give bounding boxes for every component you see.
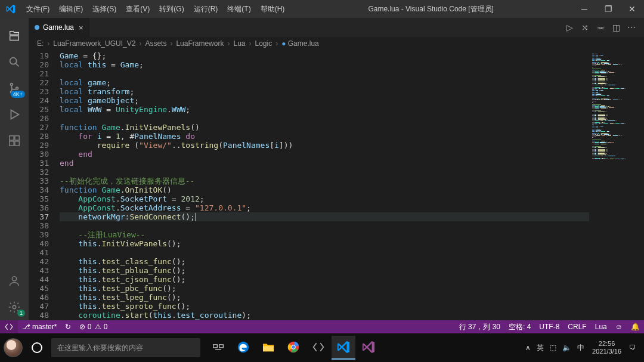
indentation[interactable]: 空格: 4 xyxy=(504,320,535,333)
task-view-icon[interactable] xyxy=(206,336,230,360)
explorer-icon[interactable] xyxy=(0,23,29,49)
visual-studio-icon[interactable] xyxy=(357,336,380,360)
file-explorer-icon[interactable] xyxy=(256,336,280,360)
taskbar-apps xyxy=(206,336,380,360)
settings-icon[interactable]: 1 xyxy=(0,294,29,320)
menu-item[interactable]: 查看(V) xyxy=(121,0,154,18)
svg-point-0 xyxy=(10,58,17,64)
activity-bar: 4K+ 1 xyxy=(0,18,29,320)
tab-bar: Game.lua × ▷ ⤭ ⫘ ◫ ⋯ xyxy=(29,18,644,37)
tray-clock[interactable]: 22:56 2021/3/16 xyxy=(587,340,626,355)
app-icon[interactable] xyxy=(306,336,330,360)
cursor-position[interactable]: 行 37，列 30 xyxy=(455,320,504,333)
svg-rect-10 xyxy=(213,345,218,348)
breadcrumb-item[interactable]: LuaFramework xyxy=(175,39,225,48)
tab-label: Game.lua xyxy=(43,23,74,32)
scm-badge: 4K+ xyxy=(11,91,25,98)
problems-warnings[interactable]: ⚠ 0 xyxy=(91,320,112,333)
tab-close-icon[interactable]: × xyxy=(79,23,83,32)
close-button[interactable]: ✕ xyxy=(620,0,644,18)
svg-point-3 xyxy=(16,87,18,89)
git-sync[interactable]: ↻ xyxy=(61,320,75,333)
tray-notifications-icon[interactable]: 🗨 xyxy=(626,344,639,352)
chrome-icon[interactable] xyxy=(281,336,305,360)
system-tray: ∧ 英 ⬚ 🔈 中 22:56 2021/3/16 🗨 xyxy=(522,340,644,355)
breadcrumb-item[interactable]: Lua xyxy=(232,39,246,48)
accounts-icon[interactable] xyxy=(0,268,29,294)
minimize-button[interactable]: ─ xyxy=(572,0,596,18)
breadcrumbs[interactable]: E:›LuaFramework_UGUI_V2›Assets›LuaFramew… xyxy=(29,37,644,50)
editor[interactable]: 1920212223242526272829303132333435363738… xyxy=(29,50,644,320)
breadcrumb-item[interactable]: ● Game.lua xyxy=(280,39,320,48)
diff-icon[interactable]: ⫘ xyxy=(593,18,608,37)
minimap[interactable] xyxy=(589,50,644,320)
window-controls: ─ ❐ ✕ xyxy=(572,0,644,18)
code-content[interactable]: Game = {};local this = Game;local game;l… xyxy=(57,50,589,320)
breadcrumb-item[interactable]: LuaFramework_UGUI_V2 xyxy=(52,39,137,48)
window-title: Game.lua - Visual Studio Code [管理员] xyxy=(289,4,572,14)
git-branch[interactable]: ⎇ master* xyxy=(18,320,61,333)
maximize-button[interactable]: ❐ xyxy=(596,0,620,18)
svg-rect-5 xyxy=(15,136,19,140)
settings-badge: 1 xyxy=(17,310,25,317)
editor-region: Game.lua × ▷ ⤭ ⫘ ◫ ⋯ E:›LuaFramework_UGU… xyxy=(29,18,644,320)
encoding[interactable]: UTF-8 xyxy=(535,320,564,333)
svg-point-15 xyxy=(292,345,295,349)
run-icon[interactable]: ▷ xyxy=(562,18,577,37)
tray-ime[interactable]: 英 xyxy=(534,343,547,353)
remote-icon[interactable] xyxy=(0,320,18,333)
breadcrumb-item[interactable]: Logic xyxy=(253,39,273,48)
vscode-taskbar-icon[interactable] xyxy=(332,336,355,360)
lua-file-icon xyxy=(35,25,39,30)
status-bar: ⎇ master* ↻ ⊘ 0 ⚠ 0 行 37，列 30 空格: 4 UTF-… xyxy=(0,320,644,333)
notifications-icon[interactable]: 🔔 xyxy=(627,320,644,333)
editor-actions: ▷ ⤭ ⫘ ◫ ⋯ xyxy=(562,18,644,37)
svg-rect-6 xyxy=(10,141,14,146)
more-actions-icon[interactable]: ⋯ xyxy=(624,18,639,37)
menu-item[interactable]: 终端(T) xyxy=(222,0,255,18)
svg-point-9 xyxy=(13,305,16,309)
feedback-icon[interactable]: ☺ xyxy=(611,320,627,333)
svg-rect-7 xyxy=(15,141,19,146)
cortana-icon[interactable] xyxy=(25,336,49,360)
run-debug-icon[interactable] xyxy=(0,101,29,128)
breadcrumb-item[interactable]: Assets xyxy=(144,39,168,48)
menu-item[interactable]: 选择(S) xyxy=(88,0,121,18)
vscode-logo-icon xyxy=(5,3,17,15)
search-icon[interactable] xyxy=(0,49,29,75)
tray-up-icon[interactable]: ∧ xyxy=(522,344,534,352)
tray-volume-icon[interactable]: 🔈 xyxy=(559,344,574,352)
tray-net-icon[interactable]: ⬚ xyxy=(547,344,559,352)
svg-point-8 xyxy=(12,277,16,281)
user-avatar[interactable] xyxy=(4,338,23,357)
source-control-icon[interactable]: 4K+ xyxy=(0,75,29,101)
menu-bar: 文件(F)编辑(E)选择(S)查看(V)转到(G)运行(R)终端(T)帮助(H) xyxy=(21,0,289,18)
menu-item[interactable]: 文件(F) xyxy=(21,0,54,18)
tab-game-lua[interactable]: Game.lua × xyxy=(29,18,90,37)
edge-icon[interactable] xyxy=(231,336,255,360)
split-editor-icon[interactable]: ◫ xyxy=(608,18,624,37)
menu-item[interactable]: 运行(R) xyxy=(189,0,223,18)
debug-icon[interactable]: ⤭ xyxy=(577,18,593,37)
tray-lang[interactable]: 中 xyxy=(574,343,587,353)
menu-item[interactable]: 编辑(E) xyxy=(54,0,88,18)
breadcrumb-item[interactable]: E: xyxy=(36,39,45,48)
svg-rect-4 xyxy=(10,136,14,140)
main-area: 4K+ 1 Game.lua × ▷ ⤭ ⫘ ◫ ⋯ E:›LuaFramewo… xyxy=(0,18,644,320)
taskbar-search-input[interactable]: 在这里输入你要搜索的内容 xyxy=(51,338,200,357)
eol[interactable]: CRLF xyxy=(564,320,590,333)
extensions-icon[interactable] xyxy=(0,128,29,154)
title-bar: 文件(F)编辑(E)选择(S)查看(V)转到(G)运行(R)终端(T)帮助(H)… xyxy=(0,0,644,18)
svg-rect-11 xyxy=(219,345,224,348)
windows-taskbar: 在这里输入你要搜索的内容 ∧ 英 ⬚ 🔈 中 22:56 2021/3/16 🗨 xyxy=(0,333,644,362)
language-mode[interactable]: Lua xyxy=(591,320,611,333)
menu-item[interactable]: 转到(G) xyxy=(154,0,188,18)
line-numbers: 1920212223242526272829303132333435363738… xyxy=(29,50,57,320)
menu-item[interactable]: 帮助(H) xyxy=(256,0,290,18)
svg-point-1 xyxy=(11,83,13,86)
